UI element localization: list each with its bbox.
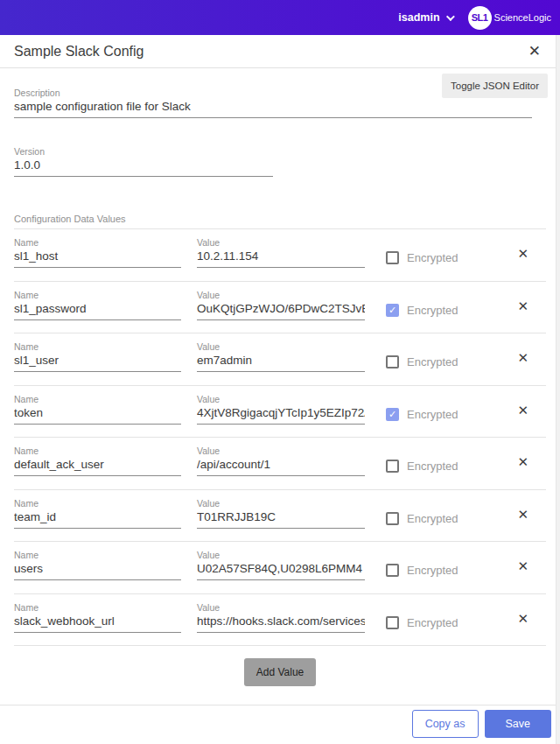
slack-config-modal: Sample Slack Config ✕ Toggle JSON Editor… — [0, 35, 560, 744]
encrypted-checkbox[interactable] — [386, 460, 399, 473]
encrypted-checkbox[interactable] — [386, 564, 399, 577]
name-field-group: Name — [14, 237, 181, 268]
value-field-group: Value — [197, 602, 365, 633]
value-field-group: Value — [197, 394, 365, 425]
encrypted-checkbox-group[interactable]: Encrypted — [386, 355, 458, 368]
section-label-configuration-data-values: Configuration Data Values — [14, 214, 546, 224]
config-value-row: Name Value ✓ Encrypted ✕ — [14, 385, 546, 438]
config-rows: Name Value Encrypted ✕ Name Value ✓ Encr… — [14, 228, 546, 645]
save-button[interactable]: Save — [485, 710, 552, 738]
delete-row-icon[interactable]: ✕ — [517, 611, 528, 627]
encrypted-checkbox[interactable] — [386, 512, 399, 525]
delete-row-icon[interactable]: ✕ — [517, 350, 528, 366]
encrypted-checkbox-group[interactable]: Encrypted — [386, 460, 458, 473]
delete-row-icon[interactable]: ✕ — [517, 507, 528, 523]
config-value-row: Name Value ✓ Encrypted ✕ — [14, 281, 546, 333]
encrypted-label: Encrypted — [407, 460, 458, 473]
encrypted-checkbox-group[interactable]: Encrypted — [386, 251, 458, 264]
value-field-group: Value — [197, 237, 365, 268]
name-field-group: Name — [14, 394, 181, 425]
name-field-group: Name — [14, 290, 181, 320]
close-icon[interactable]: ✕ — [525, 42, 544, 60]
value-input[interactable] — [197, 352, 365, 372]
name-label: Name — [14, 446, 181, 456]
encrypted-checkbox[interactable] — [386, 251, 399, 264]
delete-row-icon[interactable]: ✕ — [517, 558, 528, 574]
version-input[interactable] — [14, 157, 273, 177]
config-value-row: Name Value Encrypted ✕ — [14, 228, 546, 281]
encrypted-label: Encrypted — [407, 512, 458, 525]
encrypted-checkbox[interactable] — [386, 355, 399, 368]
name-field-group: Name — [14, 341, 181, 372]
copy-as-button[interactable]: Copy as — [412, 710, 479, 738]
name-field-group: Name — [14, 498, 181, 529]
chevron-down-icon — [446, 12, 455, 21]
delete-row-icon[interactable]: ✕ — [517, 298, 528, 314]
brand-name: ScienceLogic — [494, 12, 551, 23]
encrypted-checkbox-group[interactable]: Encrypted — [386, 616, 458, 629]
encrypted-checkbox-group[interactable]: ✓ Encrypted — [386, 304, 458, 317]
sciencelogic-logo-icon: SL1 — [468, 6, 492, 30]
value-label: Value — [197, 341, 365, 352]
value-field-group: Value — [197, 446, 365, 476]
name-field-group: Name — [14, 602, 181, 633]
value-label: Value — [197, 394, 365, 404]
name-label: Name — [14, 341, 181, 352]
config-value-row: Name Value Encrypted ✕ — [14, 593, 546, 646]
name-field-group: Name — [14, 446, 181, 476]
name-input[interactable] — [14, 560, 181, 580]
encrypted-checkbox[interactable]: ✓ — [386, 408, 399, 421]
value-input[interactable] — [197, 456, 365, 476]
delete-row-icon[interactable]: ✕ — [517, 246, 528, 262]
delete-row-icon[interactable]: ✕ — [517, 403, 528, 418]
add-value-area: Add Value — [14, 645, 546, 698]
username-label: isadmin — [398, 11, 439, 24]
value-input[interactable] — [197, 300, 365, 320]
name-input[interactable] — [14, 404, 181, 425]
modal-footer: Copy as Save — [0, 705, 560, 744]
value-label: Value — [197, 498, 365, 509]
value-field-group: Value — [197, 341, 365, 372]
modal-header: Sample Slack Config ✕ — [0, 35, 560, 68]
value-label: Value — [197, 446, 365, 456]
user-menu[interactable]: isadmin — [398, 11, 452, 24]
value-field-group: Value — [197, 550, 365, 580]
value-input[interactable] — [197, 404, 365, 425]
encrypted-checkbox-group[interactable]: Encrypted — [386, 564, 458, 577]
encrypted-checkbox-group[interactable]: Encrypted — [386, 512, 458, 525]
value-field-group: Value — [197, 498, 365, 529]
encrypted-checkbox[interactable]: ✓ — [386, 304, 399, 317]
name-input[interactable] — [14, 352, 181, 372]
encrypted-checkbox[interactable] — [386, 616, 399, 629]
encrypted-label: Encrypted — [407, 616, 458, 629]
name-input[interactable] — [14, 300, 181, 320]
description-input[interactable] — [14, 98, 532, 118]
value-label: Value — [197, 290, 365, 300]
version-field-group: Version — [14, 118, 546, 177]
name-label: Name — [14, 498, 181, 509]
name-input[interactable] — [14, 509, 181, 529]
value-field-group: Value — [197, 290, 365, 320]
encrypted-checkbox-group[interactable]: ✓ Encrypted — [386, 408, 458, 421]
name-input[interactable] — [14, 456, 181, 476]
delete-row-icon[interactable]: ✕ — [517, 454, 528, 470]
value-label: Value — [197, 602, 365, 613]
value-label: Value — [197, 237, 365, 248]
name-label: Name — [14, 237, 181, 248]
value-input[interactable] — [197, 509, 365, 529]
encrypted-label: Encrypted — [407, 304, 458, 317]
value-input[interactable] — [197, 248, 365, 268]
name-input[interactable] — [14, 613, 181, 633]
name-input[interactable] — [14, 248, 181, 268]
modal-body: Toggle JSON Editor Description Version C… — [0, 68, 560, 705]
encrypted-label: Encrypted — [407, 564, 458, 577]
config-value-row: Name Value Encrypted ✕ — [14, 333, 546, 385]
add-value-button[interactable]: Add Value — [244, 658, 317, 686]
value-input[interactable] — [197, 560, 365, 580]
config-value-row: Name Value Encrypted ✕ — [14, 541, 546, 593]
config-value-row: Name Value Encrypted ✕ — [14, 437, 546, 489]
name-label: Name — [14, 550, 181, 560]
toggle-json-editor-button[interactable]: Toggle JSON Editor — [442, 74, 548, 98]
value-input[interactable] — [197, 613, 365, 633]
encrypted-label: Encrypted — [407, 355, 458, 368]
